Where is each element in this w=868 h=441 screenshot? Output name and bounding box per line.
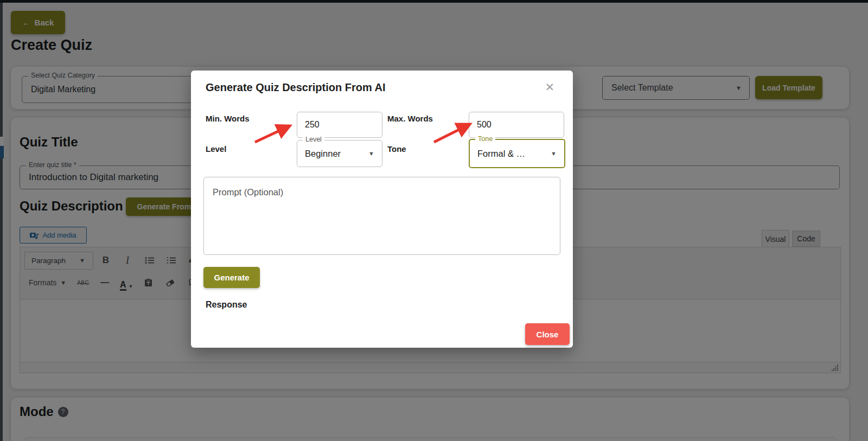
tone-select[interactable]: Tone Formal & … ▼ xyxy=(469,139,565,168)
min-words-label: Min. Words xyxy=(206,114,250,123)
tone-label: Tone xyxy=(387,144,406,154)
max-words-input[interactable] xyxy=(469,112,564,138)
level-select[interactable]: Level Beginner ▼ xyxy=(297,140,382,167)
generate-description-modal: Generate Quiz Description From AI ✕ Min.… xyxy=(191,71,573,348)
close-icon[interactable]: ✕ xyxy=(545,81,554,94)
prompt-textarea[interactable] xyxy=(203,177,560,255)
chevron-down-icon: ▼ xyxy=(368,150,374,157)
level-select-value: Beginner xyxy=(305,149,341,159)
max-words-label: Max. Words xyxy=(387,114,433,123)
close-button[interactable]: Close xyxy=(525,323,570,345)
level-floating-label: Level xyxy=(303,136,324,143)
modal-title: Generate Quiz Description From AI xyxy=(206,81,386,94)
response-label: Response xyxy=(206,300,247,310)
level-label: Level xyxy=(206,144,226,154)
chevron-down-icon: ▼ xyxy=(551,150,557,157)
tone-floating-label: Tone xyxy=(475,135,495,143)
tone-select-value: Formal & … xyxy=(477,149,525,159)
generate-button[interactable]: Generate xyxy=(203,267,260,288)
min-words-input[interactable] xyxy=(297,112,382,138)
